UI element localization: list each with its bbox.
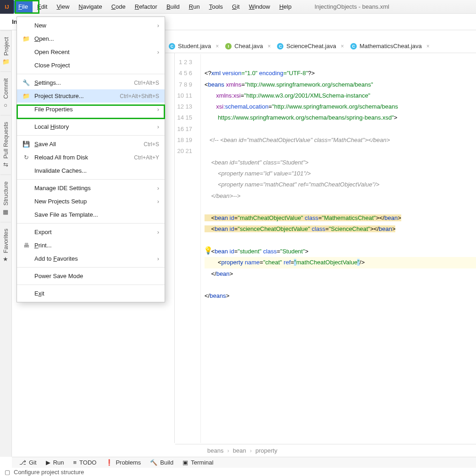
menu-item-open-recent[interactable]: Open Recent› [17, 45, 165, 59]
bottom-tab-git[interactable]: ⎇Git [19, 459, 37, 466]
reload-icon: ↻ [22, 154, 31, 161]
status-text: Configure project structure [14, 469, 84, 476]
code-lines: <?xml version="1.0" encoding="UTF-8"?> <… [205, 57, 476, 302]
file-type-icon: C [169, 43, 175, 49]
editor-tabs: CStudent.java×ICheat.java×CScienceCheat.… [163, 39, 476, 53]
menu-item-project-structure[interactable]: 📁Project Structure...Ctrl+Alt+Shift+S [17, 89, 165, 103]
menu-view[interactable]: View [52, 0, 74, 13]
menu-item-save-file-as-template[interactable]: Save File as Template... [17, 208, 165, 221]
window-title: InjectingObjects - beans.xml [315, 3, 389, 10]
file-type-icon: I [225, 43, 232, 49]
menu-item-label: Add to Favorites [34, 255, 157, 262]
menu-item-exit[interactable]: Exit [17, 287, 165, 300]
menu-item-file-properties[interactable]: File Properties› [17, 103, 165, 116]
tool-tab-structure[interactable]: ▦Structure [0, 175, 11, 222]
tab-label: ScienceCheat.java [286, 43, 336, 49]
problems-icon: ❗ [105, 459, 113, 466]
menu-build[interactable]: Build [162, 0, 184, 13]
file-type-icon: C [277, 43, 283, 49]
todo-icon: ≡ [73, 459, 77, 466]
folder-icon: 📁 [22, 93, 31, 99]
close-icon[interactable]: × [216, 43, 219, 49]
terminal-icon: ▣ [183, 459, 188, 466]
menu-item-label: Save File as Template... [34, 211, 159, 218]
menu-item-print[interactable]: 🖶Print... [17, 239, 165, 252]
tool-tab-pull-requests[interactable]: ⇆Pull Requests [0, 115, 11, 175]
menu-item-open[interactable]: 📁Open... [17, 32, 165, 45]
submenu-arrow-icon: › [157, 106, 159, 113]
menu-item-local-history[interactable]: Local History› [17, 120, 165, 133]
menu-item-reload-all-from-disk[interactable]: ↻Reload All from DiskCtrl+Alt+Y [17, 151, 165, 164]
submenu-arrow-icon: › [157, 229, 159, 235]
menu-item-label: Open Recent [34, 49, 157, 55]
menu-item-export[interactable]: Export› [17, 225, 165, 239]
close-icon[interactable]: × [341, 43, 344, 49]
menu-item-label: Print... [34, 242, 159, 249]
submenu-arrow-icon: › [157, 185, 159, 191]
editor-breadcrumb: beans›bean›property [175, 444, 476, 457]
print-icon: 🖶 [22, 242, 31, 249]
editor-tab[interactable]: CStudent.java× [166, 41, 221, 51]
bottom-tab-build[interactable]: 🔨Build [150, 459, 173, 466]
menu-item-power-save-mode[interactable]: Power Save Mode [17, 269, 165, 283]
menu-edit[interactable]: Edit [33, 0, 52, 13]
menu-tools[interactable]: Tools [205, 0, 227, 13]
menu-item-label: File Properties [34, 106, 157, 113]
menu-item-label: Export [34, 229, 157, 235]
breadcrumb-item[interactable]: property [255, 447, 277, 454]
splitter[interactable] [174, 53, 175, 443]
menu-item-settings[interactable]: 🔧Settings...Ctrl+Alt+S [17, 76, 165, 89]
menu-help[interactable]: Help [275, 0, 296, 13]
bottom-tab-run[interactable]: ▶Run [46, 459, 64, 466]
menu-item-label: New Projects Setup [34, 198, 157, 205]
menu-navigate[interactable]: Navigate [74, 0, 106, 13]
menu-item-label: Open... [34, 35, 159, 42]
tool-tab-favorites[interactable]: ★Favorites [0, 222, 11, 269]
menu-item-invalidate-caches[interactable]: Invalidate Caches... [17, 164, 165, 177]
menu-file[interactable]: File [14, 0, 33, 13]
bottom-tab-terminal[interactable]: ▣Terminal [183, 459, 213, 466]
wrench-icon: 🔧 [22, 79, 31, 86]
menu-item-label: Local History [34, 123, 157, 130]
code-editor[interactable]: 1 2 3 4 5 6 7 8 9 10 11 12 13 14 15 16 1… [175, 54, 476, 443]
close-icon[interactable]: × [426, 43, 430, 49]
menu-item-label: Save All [34, 141, 144, 148]
git-icon: ⎇ [19, 459, 26, 466]
menu-item-label: Project Structure... [34, 93, 120, 99]
menu-item-label: New [34, 22, 157, 29]
close-icon[interactable]: × [267, 43, 271, 49]
breadcrumb-item[interactable]: beans [207, 447, 223, 454]
submenu-arrow-icon: › [157, 198, 159, 205]
menu-git[interactable]: Git [227, 0, 244, 13]
run-icon: ▶ [46, 459, 50, 466]
editor-tab[interactable]: CScienceCheat.java× [274, 41, 346, 51]
menu-item-new-projects-setup[interactable]: New Projects Setup› [17, 195, 165, 208]
bottom-tab-todo[interactable]: ≡TODO [73, 459, 96, 466]
tool-tab-project[interactable]: 📁Project [0, 30, 11, 71]
menu-code[interactable]: Code [107, 0, 130, 13]
status-bar: ▢ Configure project structure [0, 468, 476, 476]
menu-shortcut: Ctrl+Alt+Y [134, 154, 159, 161]
menu-shortcut: Ctrl+Alt+S [134, 80, 159, 86]
menu-shortcut: Ctrl+Alt+Shift+S [120, 93, 159, 99]
menu-window[interactable]: Window [244, 0, 275, 13]
menu-item-label: Reload All from Disk [34, 154, 134, 161]
tool-tab-commit[interactable]: ○Commit [0, 71, 11, 115]
bottom-tab-problems[interactable]: ❗Problems [105, 459, 141, 466]
editor-tab[interactable]: ICheat.java× [222, 41, 273, 51]
submenu-arrow-icon: › [157, 123, 159, 130]
left-tool-window-bar: 📁Project○Commit⇆Pull Requests▦Structure★… [0, 30, 12, 457]
menu-item-close-project[interactable]: Close Project [17, 59, 165, 72]
menu-run[interactable]: Run [184, 0, 205, 13]
menu-item-label: Invalidate Caches... [34, 167, 159, 174]
menu-item-add-to-favorites[interactable]: Add to Favorites› [17, 252, 165, 265]
menu-item-save-all[interactable]: 💾Save AllCtrl+S [17, 137, 165, 151]
submenu-arrow-icon: › [157, 255, 159, 262]
menubar: IJ FileEditViewNavigateCodeRefactorBuild… [0, 0, 476, 14]
breadcrumb-item[interactable]: bean [233, 447, 246, 454]
editor-tab[interactable]: CMathematicsCheat.java× [348, 41, 432, 51]
menu-refactor[interactable]: Refactor [130, 0, 162, 13]
menu-item-new[interactable]: New› [17, 19, 165, 32]
status-icon: ▢ [5, 469, 10, 476]
menu-item-manage-ide-settings[interactable]: Manage IDE Settings› [17, 181, 165, 195]
